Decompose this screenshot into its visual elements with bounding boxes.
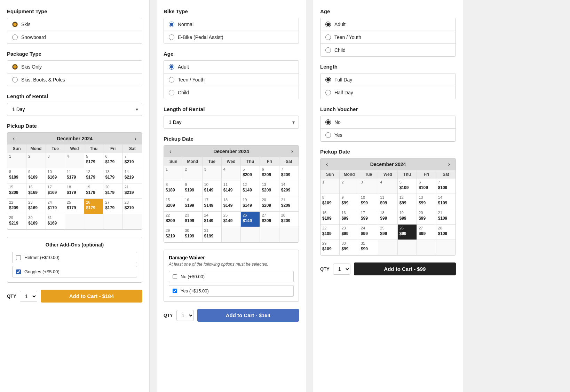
- table-row[interactable]: 9$199: [183, 181, 202, 196]
- table-row[interactable]: 28$219: [123, 199, 142, 214]
- bike-ebike-option[interactable]: E-Bike (Pedal Assist): [164, 31, 299, 44]
- table-row[interactable]: 10$99: [359, 194, 378, 209]
- table-row[interactable]: 15$209: [7, 183, 26, 199]
- table-row[interactable]: 18$99: [378, 209, 397, 225]
- qty-select-3[interactable]: 123: [333, 264, 350, 275]
- equipment-skis-radio[interactable]: [12, 22, 18, 27]
- equipment-snowboard-radio[interactable]: [12, 34, 18, 40]
- table-row[interactable]: 22$209: [164, 212, 183, 227]
- damage-no-option[interactable]: No (+$0.00): [169, 271, 294, 282]
- table-row[interactable]: 8$109: [320, 194, 340, 209]
- age-teen-option-3[interactable]: Teen / Youth: [320, 31, 456, 44]
- table-row[interactable]: 30$99: [340, 240, 359, 255]
- lunch-yes-radio[interactable]: [325, 132, 331, 138]
- package-skis-boots-radio[interactable]: [12, 77, 18, 83]
- table-row[interactable]: 31$169: [46, 214, 65, 229]
- table-row[interactable]: 28$109: [436, 225, 456, 240]
- table-row[interactable]: 31$199: [203, 227, 222, 242]
- age-child-radio-2[interactable]: [169, 90, 174, 95]
- table-row[interactable]: 24$99: [359, 225, 378, 240]
- table-row[interactable]: 23$199: [183, 212, 202, 227]
- table-row[interactable]: 16$169: [26, 183, 46, 199]
- table-row[interactable]: 15$109: [320, 209, 340, 225]
- age-adult-option-2[interactable]: Adult: [164, 61, 299, 73]
- age-teen-option-2[interactable]: Teen / Youth: [164, 73, 299, 86]
- age-adult-radio-2[interactable]: [169, 64, 174, 70]
- table-row[interactable]: 12$99: [398, 194, 417, 209]
- table-row[interactable]: 27$209: [260, 212, 279, 227]
- equipment-snowboard-option[interactable]: Snowboard: [7, 31, 142, 44]
- package-skis-only-option[interactable]: Skis Only: [7, 61, 142, 73]
- table-row[interactable]: 19$149: [241, 196, 260, 212]
- length-half-day-radio[interactable]: [325, 90, 331, 95]
- table-row[interactable]: 18$149: [222, 196, 241, 212]
- table-row[interactable]: 14$219: [123, 168, 142, 183]
- table-row[interactable]: 20$209: [260, 196, 279, 212]
- calendar-next-button-2[interactable]: ›: [290, 148, 294, 155]
- calendar-prev-button[interactable]: ‹: [11, 135, 16, 142]
- table-row[interactable]: 18$179: [65, 183, 84, 199]
- table-row[interactable]: 31$99: [359, 240, 378, 255]
- calendar-prev-button-2[interactable]: ‹: [168, 148, 173, 155]
- lunch-yes-option[interactable]: Yes: [320, 129, 456, 141]
- table-row[interactable]: 26$149: [241, 212, 260, 227]
- table-row[interactable]: 13$99: [417, 194, 436, 209]
- add-to-cart-button-3[interactable]: Add to Cart - $99: [354, 262, 456, 275]
- lunch-no-radio[interactable]: [325, 119, 331, 125]
- age-adult-radio-3[interactable]: [325, 22, 331, 27]
- table-row[interactable]: 11$149: [222, 181, 241, 196]
- table-row[interactable]: 14$109: [436, 194, 456, 209]
- table-row[interactable]: 10$149: [203, 181, 222, 196]
- table-row[interactable]: 22$109: [320, 225, 340, 240]
- table-row[interactable]: 12$179: [84, 168, 103, 183]
- damage-no-checkbox[interactable]: [173, 274, 177, 279]
- age-child-radio-3[interactable]: [325, 47, 331, 53]
- table-row[interactable]: 7$209: [279, 166, 299, 181]
- table-row[interactable]: 20$99: [417, 209, 436, 225]
- length-full-day-radio[interactable]: [325, 77, 331, 83]
- table-row[interactable]: 14$209: [279, 181, 299, 196]
- table-row[interactable]: 8$189: [7, 168, 26, 183]
- table-row[interactable]: 7$109: [436, 179, 456, 194]
- qty-select-2[interactable]: 123: [176, 310, 194, 321]
- length-half-day-option[interactable]: Half Day: [320, 86, 456, 99]
- table-row[interactable]: 28$209: [279, 212, 299, 227]
- table-row[interactable]: 6$209: [260, 166, 279, 181]
- table-row[interactable]: 17$149: [203, 196, 222, 212]
- table-row[interactable]: 9$99: [340, 194, 359, 209]
- length-rental-select[interactable]: 1 Day 2 Days 3 Days: [7, 103, 142, 116]
- equipment-skis-option[interactable]: Skis: [7, 18, 142, 31]
- table-row[interactable]: 8$189: [164, 181, 183, 196]
- table-row[interactable]: 11$99: [378, 194, 397, 209]
- bike-normal-option[interactable]: Normal: [164, 18, 299, 31]
- table-row[interactable]: 24$149: [203, 212, 222, 227]
- package-skis-only-radio[interactable]: [12, 64, 18, 70]
- table-row[interactable]: 15$209: [164, 196, 183, 212]
- calendar-next-button-3[interactable]: ›: [447, 161, 451, 167]
- qty-select-1[interactable]: 123: [20, 291, 37, 302]
- table-row[interactable]: 6$109: [417, 179, 436, 194]
- age-teen-radio-2[interactable]: [169, 77, 174, 83]
- helmet-checkbox[interactable]: [16, 255, 21, 260]
- add-to-cart-button-2[interactable]: Add to Cart - $164: [197, 309, 299, 322]
- lunch-no-option[interactable]: No: [320, 116, 456, 129]
- calendar-prev-button-3[interactable]: ‹: [325, 161, 329, 167]
- table-row[interactable]: 25$99: [378, 225, 397, 240]
- table-row[interactable]: 5$209: [241, 166, 260, 181]
- table-row[interactable]: 30$169: [26, 214, 46, 229]
- table-row[interactable]: 9$169: [26, 168, 46, 183]
- bike-normal-radio[interactable]: [169, 22, 174, 27]
- table-row[interactable]: 26$99: [398, 225, 417, 240]
- table-row[interactable]: 5$179: [84, 153, 103, 168]
- table-row[interactable]: 29$219: [7, 214, 26, 229]
- table-row[interactable]: 17$169: [46, 183, 65, 199]
- addon-goggles[interactable]: Goggles (+$5.00): [12, 266, 137, 277]
- table-row[interactable]: 23$99: [340, 225, 359, 240]
- table-row[interactable]: 25$179: [65, 199, 84, 214]
- table-row[interactable]: 13$209: [260, 181, 279, 196]
- table-row[interactable]: 10$169: [46, 168, 65, 183]
- table-row[interactable]: 27$99: [417, 225, 436, 240]
- table-row[interactable]: 27$179: [103, 199, 122, 214]
- age-child-option-2[interactable]: Child: [164, 86, 299, 99]
- table-row[interactable]: 21$109: [436, 209, 456, 225]
